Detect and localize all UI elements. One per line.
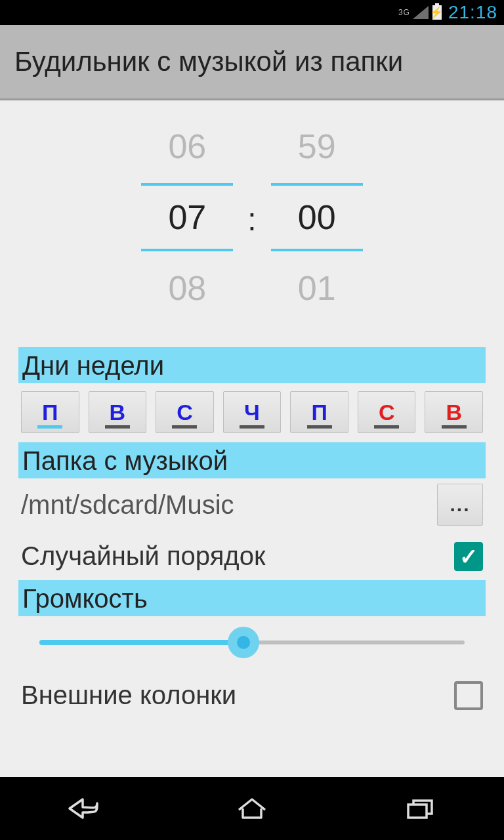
- day-toggle-label: С: [177, 400, 193, 425]
- shuffle-checkbox[interactable]: [454, 542, 483, 571]
- day-toggle-4[interactable]: П: [290, 391, 348, 433]
- day-toggle-indicator: [307, 425, 332, 429]
- day-toggle-indicator: [105, 425, 130, 429]
- day-toggle-indicator: [172, 425, 197, 429]
- slider-thumb[interactable]: [228, 627, 259, 658]
- network-3g-label: 3G: [398, 8, 410, 17]
- section-folder-header: Папка с музыкой: [18, 442, 486, 478]
- back-button[interactable]: [45, 789, 123, 828]
- day-toggle-label: В: [110, 400, 126, 425]
- back-icon: [64, 795, 104, 822]
- external-speakers-row[interactable]: Внешние колонки: [0, 671, 504, 719]
- folder-row: /mnt/sdcard/Music ...: [0, 478, 504, 532]
- day-toggle-label: П: [42, 400, 58, 425]
- volume-slider[interactable]: [39, 629, 465, 656]
- page-title: Будильник с музыкой из папки: [14, 46, 403, 77]
- browse-folder-button[interactable]: ...: [437, 484, 483, 526]
- day-toggle-label: С: [379, 400, 395, 425]
- slider-fill: [39, 640, 243, 645]
- hour-picker[interactable]: 06 07 08: [141, 127, 233, 308]
- hour-next[interactable]: 08: [168, 268, 206, 308]
- time-picker[interactable]: 06 07 08 : 59 00 01: [0, 100, 504, 347]
- day-toggle-label: П: [311, 400, 327, 425]
- day-toggle-3[interactable]: Ч: [223, 391, 282, 433]
- day-toggle-indicator: [442, 425, 467, 429]
- minute-picker[interactable]: 59 00 01: [271, 127, 363, 308]
- day-toggle-5[interactable]: С: [358, 391, 416, 433]
- minute-prev[interactable]: 59: [298, 127, 336, 166]
- day-toggle-6[interactable]: В: [425, 391, 483, 433]
- day-toggle-indicator: [374, 425, 399, 429]
- hour-prev[interactable]: 06: [168, 127, 206, 166]
- day-toggle-label: Ч: [244, 400, 260, 425]
- hour-current[interactable]: 07: [141, 183, 233, 251]
- shuffle-label: Случайный порядок: [21, 541, 265, 571]
- day-toggle-1[interactable]: В: [89, 391, 147, 433]
- shuffle-row[interactable]: Случайный порядок: [0, 532, 504, 580]
- recent-apps-icon: [403, 795, 437, 822]
- volume-slider-wrap: [0, 616, 504, 671]
- external-speakers-label: Внешние колонки: [21, 681, 236, 710]
- section-days-header: Дни недели: [18, 347, 486, 383]
- minute-current[interactable]: 00: [271, 183, 363, 251]
- home-icon: [232, 795, 272, 822]
- navigation-bar: [0, 777, 504, 840]
- minute-next[interactable]: 01: [298, 268, 336, 308]
- status-clock: 21:18: [448, 2, 497, 23]
- status-icons: 3G ⚡: [398, 5, 442, 20]
- day-toggle-0[interactable]: П: [21, 391, 79, 433]
- action-bar: Будильник с музыкой из папки: [0, 25, 504, 100]
- home-button[interactable]: [213, 789, 291, 828]
- svg-rect-0: [408, 805, 427, 818]
- days-row: ПВСЧПСВ: [0, 383, 504, 442]
- signal-icon: [413, 6, 429, 19]
- section-volume-header: Громкость: [18, 580, 486, 616]
- recent-apps-button[interactable]: [381, 789, 459, 828]
- status-bar: 3G ⚡ 21:18: [0, 0, 504, 25]
- external-speakers-checkbox[interactable]: [454, 681, 483, 710]
- day-toggle-label: В: [446, 400, 462, 425]
- content-area: 06 07 08 : 59 00 01 Дни недели ПВСЧПСВ П…: [0, 100, 504, 777]
- day-toggle-indicator: [240, 425, 264, 429]
- day-toggle-indicator: [37, 425, 62, 429]
- battery-charging-icon: ⚡: [432, 5, 442, 20]
- time-separator: :: [247, 201, 256, 238]
- day-toggle-2[interactable]: С: [156, 391, 214, 433]
- folder-path-text: /mnt/sdcard/Music: [21, 490, 425, 520]
